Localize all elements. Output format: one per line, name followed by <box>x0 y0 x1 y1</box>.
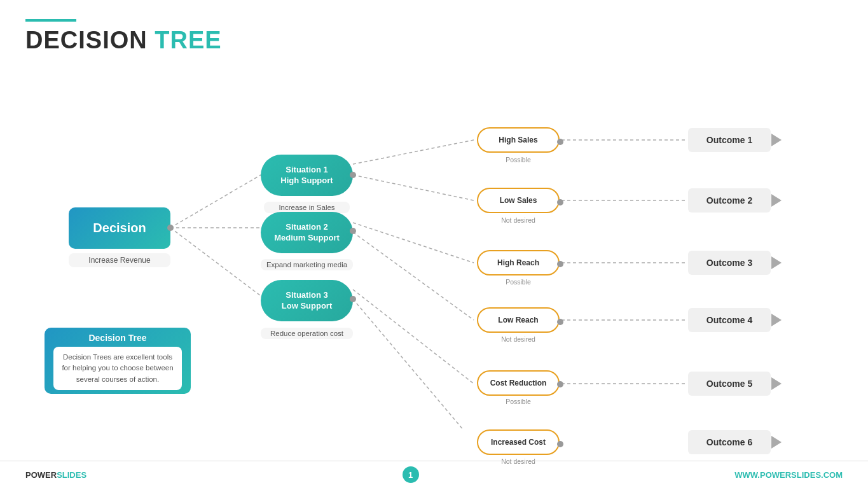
result-low-reach: Low Reach <box>477 307 560 333</box>
result2-dot <box>557 261 563 267</box>
svg-line-2 <box>170 228 261 296</box>
footer-brand: POWERSLIDES <box>25 470 86 480</box>
title-black: DECISION <box>25 27 148 53</box>
outcome-3-box: Outcome 3 <box>688 251 771 275</box>
diagram-area: .dashed { stroke: #aaa; stroke-width: 1.… <box>25 60 843 429</box>
page-title: DECISION TREE <box>25 27 843 54</box>
result-cost-reduction: Cost Reduction <box>477 370 560 396</box>
footer-page-number: 1 <box>403 466 419 483</box>
outcome-5-box: Outcome 5 <box>688 372 771 396</box>
sit2-dot <box>350 228 356 234</box>
outcome-6-box: Outcome 6 <box>688 430 771 454</box>
decision-node: Decision <box>69 207 170 249</box>
outcome-4-arrow <box>771 314 782 326</box>
result-increased-cost: Increased Cost <box>477 429 560 455</box>
svg-line-3 <box>353 140 474 164</box>
result0-dot <box>557 139 563 145</box>
svg-line-4 <box>353 175 474 200</box>
svg-line-8 <box>353 299 474 429</box>
result-high-reach: High Reach <box>477 250 560 275</box>
sit3-dot <box>350 296 356 302</box>
header-accent-line <box>25 19 76 22</box>
outcome-4-box: Outcome 4 <box>688 308 771 332</box>
outcome-2-arrow <box>771 194 782 207</box>
footer-brand-black: POWER <box>25 470 57 480</box>
footer-brand-teal: SLIDES <box>57 470 86 480</box>
svg-line-6 <box>353 232 474 320</box>
svg-line-0 <box>170 175 261 228</box>
result5-dot <box>557 441 563 447</box>
footer: POWERSLIDES 1 WWW.POWERSLIDES.COM <box>0 461 868 488</box>
situation-3-node: Situation 3 Low Support <box>261 280 353 321</box>
outcome-3-arrow <box>771 256 782 269</box>
footer-url: WWW.POWERSLIDES.COM <box>734 470 843 480</box>
situation-3-title: Situation 3 Low Support <box>282 290 332 312</box>
title-teal: TREE <box>155 27 221 53</box>
result-low-sales: Low Sales <box>477 188 560 213</box>
outcome-6-arrow <box>771 436 782 449</box>
sit1-dot <box>350 172 356 178</box>
svg-line-5 <box>353 223 474 263</box>
situation-1-title: Situation 1 High Support <box>280 165 333 186</box>
outcome-5-arrow <box>771 377 782 390</box>
situation-2-title: Situation 2 Medium Support <box>274 222 340 244</box>
decision-dot <box>167 225 174 231</box>
outcome-2-box: Outcome 2 <box>688 188 771 213</box>
svg-line-7 <box>353 289 474 384</box>
outcome-1-arrow <box>771 134 782 146</box>
result3-dot <box>557 319 563 325</box>
situation-1-node: Situation 1 High Support <box>261 155 353 196</box>
outcome-1-box: Outcome 1 <box>688 128 771 152</box>
result1-dot <box>557 199 563 206</box>
page: DECISION TREE .dashed { stroke: #aaa; st… <box>0 0 868 488</box>
result-high-sales: High Sales <box>477 127 560 153</box>
decision-label: Decision <box>93 221 146 235</box>
result4-dot <box>557 381 563 387</box>
situation-2-node: Situation 2 Medium Support <box>261 212 353 253</box>
